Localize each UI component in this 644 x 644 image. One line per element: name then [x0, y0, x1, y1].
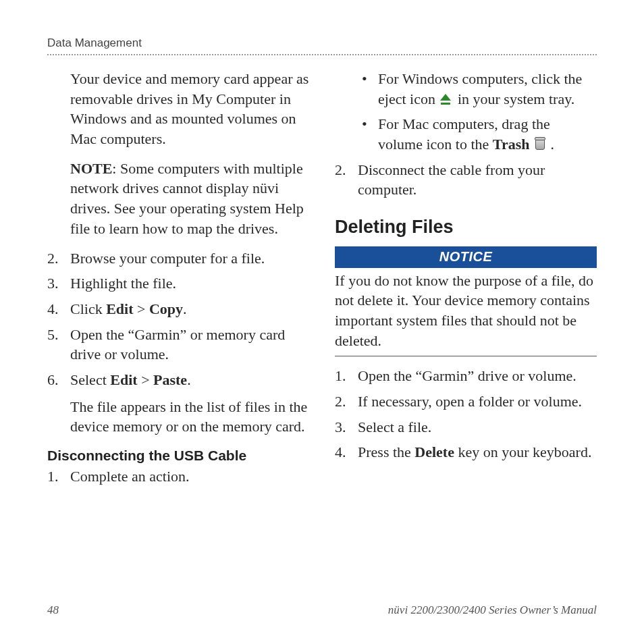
- step-text: Open the “Garmin” or memory card drive o…: [70, 325, 309, 365]
- step-text: Select Edit > Paste. The file appears in…: [70, 370, 309, 437]
- list-item: 3. Highlight the file.: [47, 273, 309, 294]
- action-bullets: • For Windows computers, click the eject…: [358, 69, 597, 155]
- step-text: Highlight the file.: [70, 273, 309, 294]
- step-number: 5.: [47, 325, 70, 365]
- note-label: NOTE: [70, 160, 112, 177]
- step-text: Open the “Garmin” drive or volume.: [358, 366, 597, 386]
- bullet-text: For Mac computers, drag the volume icon …: [378, 114, 597, 154]
- step-number: 2.: [47, 248, 70, 269]
- disconnect-steps-list: 1. Complete an action.: [47, 466, 309, 487]
- copy-steps-list: 2. Browse your computer for a file. 3. H…: [47, 248, 309, 437]
- list-item: 4. Click Edit > Copy.: [47, 299, 309, 319]
- step-number: 2.: [335, 392, 358, 412]
- left-column: Your device and memory card appear as re…: [47, 69, 309, 492]
- page-number: 48: [47, 603, 59, 617]
- step-number: 3.: [47, 273, 70, 294]
- step-tail: The file appears in the list of files in…: [70, 398, 307, 435]
- list-item: 5. Open the “Garmin” or memory card driv…: [47, 325, 309, 365]
- heading-deleting-files: Deleting Files: [335, 215, 597, 239]
- list-item: 2. Browse your computer for a file.: [47, 248, 309, 269]
- step-number: 2.: [335, 160, 358, 200]
- disconnect-step2: 2. Disconnect the cable from your comput…: [335, 160, 597, 200]
- right-column: • For Windows computers, click the eject…: [335, 69, 597, 492]
- list-item: • For Mac computers, drag the volume ico…: [358, 114, 597, 154]
- list-item: 2. If necessary, open a folder or volume…: [335, 392, 597, 412]
- step-text: Press the Delete key on your keyboard.: [358, 442, 597, 462]
- step-text: If necessary, open a folder or volume.: [358, 392, 597, 412]
- note-paragraph: NOTE: Some computers with multiple netwo…: [47, 159, 309, 239]
- list-item: 1. Complete an action.: [47, 466, 309, 487]
- page-footer: 48 nüvi 2200/2300/2400 Series Owner’s Ma…: [47, 603, 597, 617]
- notice-text: If you do not know the purpose of a file…: [335, 268, 597, 357]
- notice-label: NOTICE: [335, 246, 597, 268]
- trash-icon: [533, 136, 547, 151]
- list-item: 2. Disconnect the cable from your comput…: [335, 160, 597, 200]
- list-item: • For Windows computers, click the eject…: [358, 69, 597, 109]
- step-number: 4.: [335, 442, 358, 462]
- step-text: Browse your computer for a file.: [70, 248, 309, 269]
- step-number: 1.: [335, 366, 358, 386]
- step-number: 4.: [47, 299, 70, 319]
- bullet-icon: •: [358, 114, 378, 154]
- list-item: 3. Select a file.: [335, 417, 597, 437]
- step-text: Complete an action.: [70, 466, 309, 487]
- step-number: 3.: [335, 417, 358, 437]
- manual-title: nüvi 2200/2300/2400 Series Owner’s Manua…: [388, 603, 597, 617]
- section-header: Data Management: [47, 36, 597, 55]
- delete-steps-list: 1. Open the “Garmin” drive or volume. 2.…: [335, 366, 597, 462]
- list-item: 6. Select Edit > Paste. The file appears…: [47, 370, 309, 437]
- list-item: 4. Press the Delete key on your keyboard…: [335, 442, 597, 462]
- bullet-text: For Windows computers, click the eject i…: [378, 69, 597, 109]
- step-text: Disconnect the cable from your computer.: [358, 160, 597, 200]
- eject-icon: [439, 92, 454, 106]
- step-number: 1.: [47, 466, 70, 487]
- step-text: Click Edit > Copy.: [70, 299, 309, 319]
- step-text: Select a file.: [358, 417, 597, 437]
- intro-paragraph: Your device and memory card appear as re…: [47, 69, 309, 149]
- list-item: 1. Open the “Garmin” drive or volume.: [335, 366, 597, 386]
- step-number: 6.: [47, 370, 70, 437]
- bullet-icon: •: [358, 69, 378, 109]
- subheading-disconnect: Disconnecting the USB Cable: [47, 446, 309, 465]
